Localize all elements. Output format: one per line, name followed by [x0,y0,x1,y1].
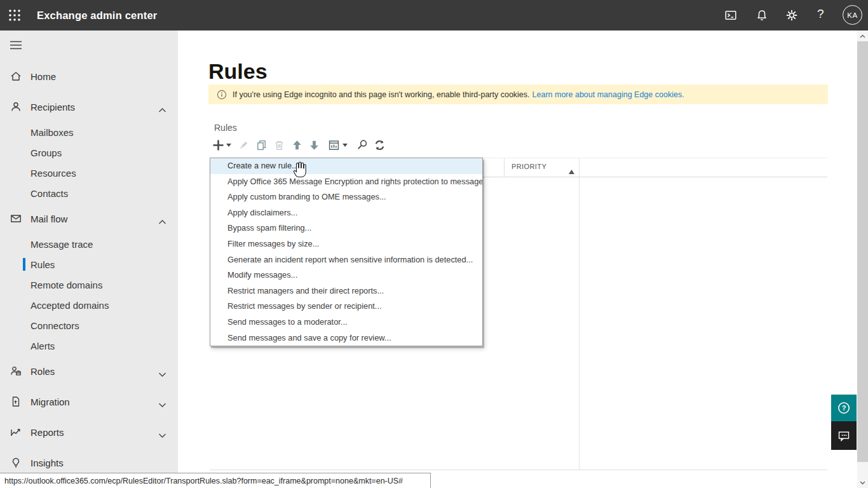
sidebar-item-label: Migration [31,396,70,407]
sidebar-item-contacts[interactable]: Contacts [0,183,178,203]
app-launcher-icon[interactable] [8,8,22,22]
sidebar-item-label: Reports [31,427,64,438]
chevron-up-icon [158,104,166,110]
info-icon [217,90,227,100]
sidebar-item-remote-domains[interactable]: Remote domains [0,274,178,295]
waffle-grid-icon [8,8,22,22]
report-dropdown-caret-icon[interactable] [342,144,348,147]
new-rule-dropdown-menu: Create a new rule... Apply Office 365 Me… [210,158,483,346]
sidebar-item-label: Remote domains [31,280,102,290]
feedback-bubble-icon [837,429,851,443]
notifications-bell-icon[interactable] [756,9,768,22]
table-column-separator [504,158,505,177]
help-floating-button[interactable]: ? [831,395,857,421]
sidebar-item-groups[interactable]: Groups [0,142,178,163]
migration-page-icon [10,395,22,408]
scroll-up-button[interactable] [857,30,868,41]
table-column-separator [579,158,580,470]
rule-report-box-button[interactable] [328,139,340,151]
chevron-down-icon [158,399,166,405]
banner-learn-more-link[interactable]: Learn more about managing Edge cookies. [532,90,684,99]
sidebar-item-roles[interactable]: Roles [0,356,178,386]
sidebar-item-label: Mailboxes [31,127,74,138]
sidebar-item-label: Groups [31,147,62,158]
settings-gear-icon[interactable] [785,9,798,22]
sidebar-item-label: Rules [31,259,55,270]
priority-column-header[interactable]: PRIORITY [512,163,546,170]
sidebar-item-message-trace[interactable]: Message trace [0,234,178,254]
scroll-down-button[interactable] [857,477,868,488]
sidebar-item-label: Insights [31,458,64,468]
delete-trash-button[interactable] [273,139,285,151]
menu-item-apply-custom-branding[interactable]: Apply custom branding to OME messages... [210,189,482,205]
edit-pencil-button[interactable] [238,139,250,151]
sidebar-item-home[interactable]: Home [0,61,178,92]
sidebar-item-label: Recipients [31,102,75,112]
sidebar-item-resources[interactable]: Resources [0,163,178,183]
sidebar-item-label: Connectors [31,320,79,331]
rules-toolbar [212,136,386,154]
sidebar-item-label: Message trace [31,239,93,250]
hamburger-icon[interactable] [10,41,22,50]
sidebar-item-label: Home [31,71,56,82]
search-icon[interactable] [356,139,369,151]
sidebar-item-migration[interactable]: Migration [0,386,178,417]
copy-button[interactable] [255,139,268,151]
person-icon [10,100,22,113]
new-rule-dropdown-caret-icon[interactable] [226,144,231,147]
chevron-down-icon [158,369,166,374]
menu-item-apply-disclaimers[interactable]: Apply disclaimers... [210,205,482,221]
sidebar-item-reports[interactable]: Reports [0,417,178,447]
table-bottom-border [210,470,827,470]
sidebar-item-label: Roles [31,366,55,377]
menu-item-bypass-spam-filtering[interactable]: Bypass spam filtering... [210,220,482,236]
menu-item-apply-ome-encryption[interactable]: Apply Office 365 Message Encryption and … [210,174,482,190]
sidebar-item-mail-flow[interactable]: Mail flow [0,203,178,234]
sidebar-item-recipients[interactable]: Recipients [0,92,178,122]
menu-item-modify-messages[interactable]: Modify messages... [210,268,482,283]
menu-item-send-and-save-copy[interactable]: Send messages and save a copy for review… [210,330,482,346]
sidebar-item-alerts[interactable]: Alerts [0,336,178,356]
powershell-terminal-icon[interactable] [724,9,737,22]
sidebar-item-mailboxes[interactable]: Mailboxes [0,122,178,142]
exchange-admin-center-window: Exchange admin center ? KA [0,0,868,488]
sidebar-item-connectors[interactable]: Connectors [0,315,178,336]
help-glyph: ? [842,404,846,412]
sort-ascending-icon [569,165,574,177]
status-url: https://outlook.office365.com/ecp/RulesE… [4,477,403,485]
feedback-floating-button[interactable] [831,421,857,450]
move-down-button[interactable] [308,139,320,151]
envelope-icon [10,212,22,225]
sidebar-item-accepted-domains[interactable]: Accepted domains [0,295,178,315]
page-title: Rules [208,59,268,84]
menu-item-restrict-managers-direct-reports[interactable]: Restrict managers and their direct repor… [210,283,482,299]
chevron-up-icon [158,216,166,222]
list-title: Rules [214,123,237,133]
menu-item-filter-messages-by-size[interactable]: Filter messages by size... [210,236,482,252]
avatar[interactable]: KA [843,5,862,25]
menu-item-generate-incident-report[interactable]: Generate an incident report when sensiti… [210,252,482,268]
move-up-button[interactable] [291,139,303,151]
browser-status-bar: https://outlook.office365.com/ecp/RulesE… [0,473,431,488]
topbar: Exchange admin center ? KA [0,0,868,30]
chevron-down-icon [158,430,166,435]
menu-item-create-new-rule[interactable]: Create a new rule... [210,158,482,174]
scrollbar-thumb[interactable] [857,41,868,462]
vertical-scrollbar[interactable] [857,30,868,488]
lightbulb-icon [10,456,22,469]
menu-item-restrict-by-sender-recipient[interactable]: Restrict messages by sender or recipient… [210,299,482,315]
app-title: Exchange admin center [37,0,157,30]
menu-item-send-to-moderator[interactable]: Send messages to a moderator... [210,315,482,330]
info-banner: If you're using Edge incognito and this … [208,85,828,104]
sidebar-item-label: Resources [31,168,76,179]
new-rule-plus-button[interactable] [212,139,224,151]
sidebar-item-rules[interactable]: Rules [0,254,178,274]
nav-collapse-row [0,30,178,61]
sidebar-item-label: Mail flow [31,214,67,224]
help-icon[interactable]: ? [817,7,824,21]
refresh-icon[interactable] [374,139,386,151]
sidebar-item-label: Accepted domains [31,300,109,311]
sidebar-item-label: Contacts [31,188,68,199]
left-nav: Home Recipients Mailboxes Groups Resourc… [0,30,178,488]
home-icon [10,70,22,83]
